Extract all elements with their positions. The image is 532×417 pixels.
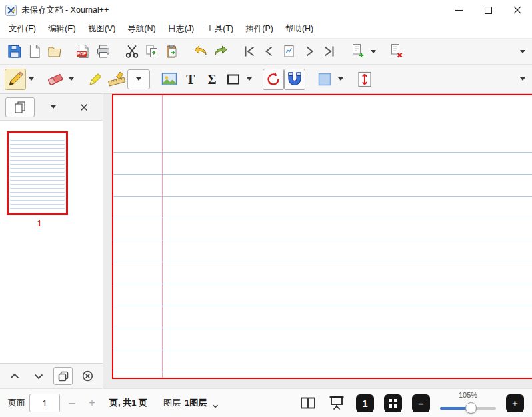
menu-journal[interactable]: 日志(J) (162, 21, 201, 37)
last-page-button[interactable] (319, 41, 339, 61)
presentation-icon (329, 396, 345, 410)
zoom-slider-handle[interactable] (465, 402, 477, 414)
vertical-space-button[interactable] (354, 69, 375, 90)
page-label: 页面 (8, 397, 25, 409)
snap-grid-button[interactable] (284, 69, 305, 90)
menu-plugins[interactable]: 插件(P) (239, 21, 279, 37)
fill-color-dropdown[interactable] (335, 69, 345, 89)
cut-icon (125, 44, 139, 59)
text-tool-button[interactable]: T (180, 69, 201, 90)
page-decrease-button[interactable]: – (64, 394, 80, 412)
page-thumbnail-1[interactable] (7, 131, 68, 215)
image-icon (161, 71, 178, 88)
previous-page-icon (262, 44, 277, 59)
cut-button[interactable] (122, 41, 142, 61)
zoom-out-button[interactable]: – (412, 394, 430, 412)
move-page-down-button[interactable] (30, 367, 48, 385)
sidebar-close-button[interactable] (76, 99, 92, 115)
eraser-tool-button[interactable] (45, 69, 66, 90)
thumbnail-wrap: 1 (0, 131, 103, 228)
layer-dropdown[interactable] (212, 397, 219, 409)
add-page-dropdown[interactable] (368, 41, 378, 61)
first-page-button[interactable] (239, 41, 259, 61)
menu-edit[interactable]: 编辑(E) (42, 21, 82, 37)
page-ruling (113, 152, 532, 378)
menu-navigation[interactable]: 导航(N) (121, 21, 161, 37)
goto-page-button[interactable] (279, 41, 299, 61)
menu-view[interactable]: 视图(V) (82, 21, 122, 37)
fill-color-button[interactable] (314, 69, 335, 90)
chevron-down-icon (136, 77, 141, 81)
statusbar: 页面 – + 页, 共1 页 图层 1图层 1 – 105% (0, 388, 532, 417)
menu-file[interactable]: 文件(F) (3, 21, 42, 37)
highlighter-icon (87, 71, 104, 88)
print-button[interactable] (93, 41, 113, 61)
snap-rotation-button[interactable] (263, 69, 284, 90)
shape-icon (225, 71, 241, 87)
open-folder-button[interactable] (45, 41, 65, 61)
maximize-button[interactable] (473, 0, 503, 20)
close-button[interactable] (503, 0, 532, 20)
copy-icon (145, 44, 159, 59)
previous-page-button[interactable] (259, 41, 279, 61)
first-page-icon (242, 44, 257, 59)
eraser-options-dropdown[interactable] (66, 69, 76, 89)
delete-page-sidebar-button[interactable] (79, 367, 97, 385)
page-1[interactable] (112, 94, 532, 379)
chevron-down-icon (33, 370, 45, 382)
move-page-up-button[interactable] (6, 367, 24, 385)
add-page-icon (350, 43, 366, 59)
page-number-input[interactable] (29, 394, 60, 412)
shape-options-dropdown[interactable] (244, 69, 254, 89)
single-page-view-button[interactable]: 1 (356, 394, 374, 412)
sidebar-pane-dropdown[interactable] (48, 97, 59, 117)
minimize-button[interactable] (444, 0, 473, 20)
page-preview-icon (13, 101, 27, 114)
print-icon (96, 44, 111, 59)
minimize-icon (455, 7, 463, 14)
tool-options-dropdown-button[interactable] (127, 69, 150, 89)
paste-button[interactable] (162, 41, 182, 61)
delete-page-button[interactable] (387, 41, 407, 61)
toolbar1-overflow-dropdown[interactable] (517, 41, 527, 61)
page-increase-button[interactable]: + (84, 394, 100, 412)
presentation-mode-button[interactable] (327, 394, 346, 412)
toolbar2-overflow-dropdown[interactable] (517, 69, 527, 89)
chevron-down-icon (247, 77, 252, 81)
insert-image-button[interactable] (159, 69, 180, 90)
fit-page-button[interactable] (384, 394, 402, 412)
zoom-in-button[interactable]: + (506, 394, 524, 412)
duplicate-page-button[interactable] (53, 367, 73, 385)
new-document-button[interactable] (25, 41, 45, 61)
menu-help[interactable]: 帮助(H) (279, 21, 319, 37)
xournalpp-window: 未保存文档 - Xournal++ 文件(F) 编辑(E) 视图(V) 导航(N… (0, 0, 532, 417)
next-page-button[interactable] (299, 41, 319, 61)
export-pdf-button[interactable]: PDF (73, 41, 93, 61)
page-preview-toggle-button[interactable] (5, 97, 35, 117)
paired-pages-button[interactable] (299, 394, 317, 412)
pen-options-dropdown[interactable] (26, 69, 36, 89)
copy-button[interactable] (142, 41, 162, 61)
snap-grid-icon (286, 71, 303, 88)
eraser-icon (47, 71, 64, 88)
toolbar-file: PDF (0, 38, 532, 65)
undo-button[interactable] (191, 41, 211, 61)
sidebar-header (0, 94, 103, 121)
save-button[interactable] (5, 41, 25, 61)
app-logo-icon (5, 5, 17, 16)
document-canvas[interactable] (103, 94, 532, 388)
next-page-icon (302, 44, 317, 59)
redo-button[interactable] (211, 41, 231, 61)
highlighter-tool-button[interactable] (85, 69, 106, 90)
toolbar-tools: T Σ (0, 65, 532, 94)
chevron-up-icon (9, 370, 21, 382)
save-icon (7, 44, 22, 59)
total-pages-label: 页, 共1 页 (109, 397, 147, 409)
shape-tool-button[interactable] (223, 69, 244, 90)
pen-tool-button[interactable] (5, 69, 26, 90)
add-page-button[interactable] (348, 41, 368, 61)
menu-tools[interactable]: 工具(T) (200, 21, 239, 37)
ruler-tool-button[interactable] (106, 69, 127, 90)
math-tex-button[interactable]: Σ (201, 69, 223, 90)
text-tool-icon: T (186, 73, 195, 86)
